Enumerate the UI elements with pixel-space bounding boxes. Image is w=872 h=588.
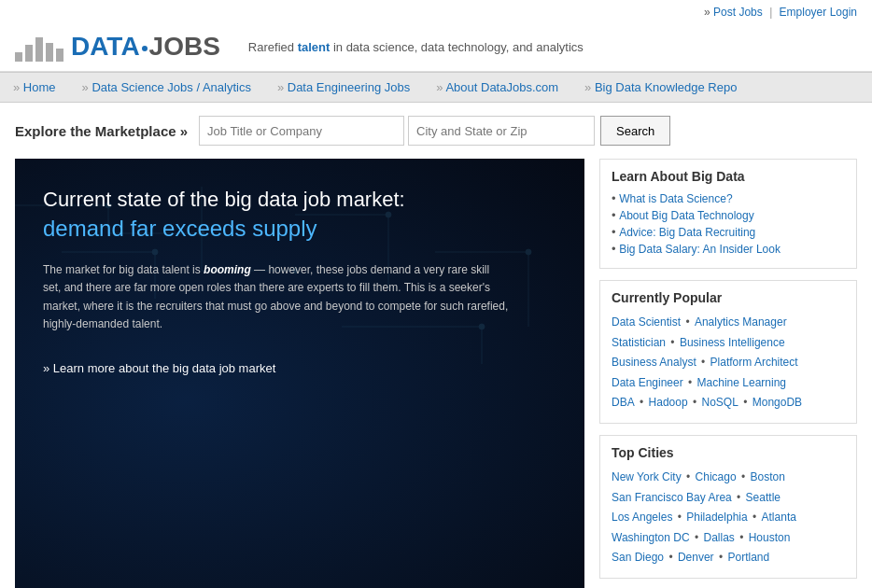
hero-title-line1: Current state of the big data job market… — [43, 188, 405, 211]
separator: | — [769, 6, 772, 19]
logo-data: DATA — [71, 32, 140, 61]
nav-item-data-science[interactable]: Data Science Jobs / Analytics — [69, 73, 264, 102]
hero-content: Current state of the big data job market… — [43, 187, 556, 375]
cities-section: Top Cities New York City • Chicago • Bos… — [599, 435, 857, 579]
hero-body: The market for big data talent is boomin… — [43, 261, 510, 333]
post-jobs-link[interactable]: Post Jobs — [713, 6, 763, 19]
main-content: Current state of the big data job market… — [0, 159, 872, 588]
nav-item-about[interactable]: About DataJobs.com — [423, 73, 571, 102]
houston-link[interactable]: Houston — [749, 531, 791, 544]
business-analyst-link[interactable]: Business Analyst — [612, 356, 696, 369]
denver-link[interactable]: Denver — [678, 551, 714, 564]
statistician-link[interactable]: Statistician — [612, 336, 666, 349]
logo-dot-icon — [142, 46, 148, 51]
nosql-link[interactable]: NoSQL — [701, 396, 738, 409]
about-big-data-tech-link[interactable]: About Big Data Technology — [619, 209, 754, 222]
hero-title-emphasis: demand far exceeds supply — [43, 216, 317, 241]
mongodb-link[interactable]: MongoDB — [752, 396, 802, 409]
list-item: Big Data Salary: An Insider Look — [612, 242, 845, 256]
nav: Home Data Science Jobs / Analytics Data … — [0, 72, 872, 103]
learn-about-title: Learn About Big Data — [612, 169, 845, 184]
la-link[interactable]: Los Angeles — [612, 511, 672, 524]
salary-link[interactable]: Big Data Salary: An Insider Look — [619, 243, 781, 256]
platform-architect-link[interactable]: Platform Architect — [710, 356, 798, 369]
search-label: Explore the Marketplace » — [15, 123, 188, 139]
analytics-manager-link[interactable]: Analytics Manager — [695, 315, 787, 329]
learn-about-list: What is Data Science? About Big Data Tec… — [612, 191, 845, 256]
hero-body-italic: booming — [204, 263, 251, 276]
data-engineer-link[interactable]: Data Engineer — [612, 376, 683, 389]
bar-3 — [35, 37, 43, 62]
logo-text[interactable]: DATAJOBS — [71, 32, 220, 62]
recruiting-advice-link[interactable]: Advice: Big Data Recruiting — [619, 226, 755, 239]
logo-bars-icon — [15, 37, 63, 62]
hero-title: Current state of the big data job market… — [43, 187, 556, 243]
dc-link[interactable]: Washington DC — [612, 531, 690, 544]
cities-links: New York City • Chicago • Boston San Fra… — [612, 468, 845, 568]
employer-login-link[interactable]: Employer Login — [780, 6, 857, 19]
list-item: What is Data Science? — [612, 191, 845, 205]
data-scientist-link[interactable]: Data Scientist — [612, 315, 681, 329]
chevron-right-icon: » — [704, 6, 710, 19]
location-input[interactable] — [408, 116, 595, 146]
search-button[interactable]: Search — [600, 116, 670, 146]
logo-area: DATAJOBS — [15, 32, 220, 62]
dallas-link[interactable]: Dallas — [703, 531, 734, 544]
chicago-link[interactable]: Chicago — [696, 470, 737, 483]
atlanta-link[interactable]: Atlanta — [762, 511, 796, 524]
new-york-link[interactable]: New York City — [612, 470, 682, 483]
nav-item-knowledge-repo[interactable]: Big Data Knowledge Repo — [571, 73, 750, 102]
hero-section: Current state of the big data job market… — [15, 159, 584, 588]
tagline-rarefied: Rarefied — [248, 40, 294, 54]
tagline-rest: in data science, data technology, and an… — [330, 40, 584, 54]
bar-2 — [25, 45, 33, 62]
learn-about-section: Learn About Big Data What is Data Scienc… — [599, 159, 857, 269]
seattle-link[interactable]: Seattle — [746, 491, 781, 504]
bar-1 — [15, 52, 22, 62]
popular-title: Currently Popular — [612, 290, 845, 305]
machine-learning-link[interactable]: Machine Learning — [697, 376, 786, 389]
tagline: Rarefied talent in data science, data te… — [248, 40, 584, 54]
business-intelligence-link[interactable]: Business Intelligence — [680, 336, 785, 349]
popular-section: Currently Popular Data Scientist • Analy… — [599, 280, 857, 424]
hadoop-link[interactable]: Hadoop — [649, 396, 688, 409]
portland-link[interactable]: Portland — [727, 551, 769, 564]
philly-link[interactable]: Philadelphia — [686, 511, 747, 524]
what-is-data-science-link[interactable]: What is Data Science? — [619, 192, 732, 205]
hero-learn-more-link[interactable]: Learn more about the big data job market — [43, 361, 556, 375]
san-diego-link[interactable]: San Diego — [612, 551, 664, 564]
tagline-talent: talent — [298, 40, 331, 54]
dba-link[interactable]: DBA — [612, 396, 635, 409]
bar-4 — [46, 43, 53, 62]
nav-item-data-engineering[interactable]: Data Engineering Jobs — [264, 73, 423, 102]
top-bar: » Post Jobs | Employer Login — [0, 0, 872, 24]
list-item: About Big Data Technology — [612, 208, 845, 222]
cities-title: Top Cities — [612, 445, 845, 460]
search-bar: Explore the Marketplace » Search — [0, 103, 872, 159]
boston-link[interactable]: Boston — [750, 470, 784, 483]
logo-jobs: JOBS — [149, 32, 220, 61]
bar-5 — [56, 49, 63, 62]
list-item: Advice: Big Data Recruiting — [612, 225, 845, 239]
nav-item-home[interactable]: Home — [0, 73, 69, 102]
popular-links: Data Scientist • Analytics Manager Stati… — [612, 313, 845, 413]
sidebar: Learn About Big Data What is Data Scienc… — [599, 159, 857, 588]
job-title-input[interactable] — [199, 116, 404, 146]
logo-bar: DATAJOBS Rarefied talent in data science… — [0, 24, 872, 72]
hero-body-start: The market for big data talent is — [43, 263, 204, 276]
sf-bay-link[interactable]: San Francisco Bay Area — [612, 491, 732, 504]
